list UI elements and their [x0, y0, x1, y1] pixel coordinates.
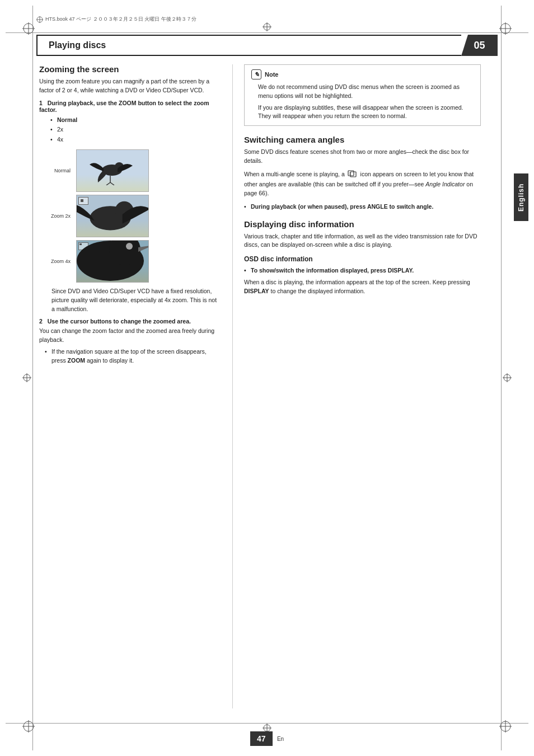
step2-body: You can change the zoom factor and the z…: [39, 327, 218, 345]
footer-en: En: [277, 736, 284, 742]
corner-mark-tl: [22, 22, 35, 36]
language-tab: English: [514, 173, 528, 221]
zoom-normal-label: Normal: [45, 168, 71, 173]
center-reg-right: [503, 373, 512, 383]
left-column: Zooming the screen Using the zoom featur…: [39, 64, 229, 708]
angle-indicator-italic: Angle Indicator: [425, 181, 465, 187]
center-reg-top: [263, 22, 271, 32]
zoom-option-normal: • Normal: [50, 115, 218, 125]
camera-angles-body: When a multi-angle scene is playing, a 2…: [244, 169, 481, 198]
display-body: When a disc is playing, the information …: [244, 278, 481, 296]
note-title: Note: [265, 71, 278, 78]
zoom-4x-label: Zoom 4x: [45, 259, 71, 264]
disc-info-intro: Various track, chapter and title informa…: [244, 232, 481, 250]
dvd-quality-note-list: Since DVD and Video CD/Super VCD have a …: [45, 287, 218, 313]
chapter-number-box: 05: [461, 35, 498, 56]
dvd-quality-note: Since DVD and Video CD/Super VCD have a …: [45, 287, 218, 313]
note-bullets: We do not recommend using DVD disc menus…: [251, 83, 474, 121]
step1-num: 1: [39, 100, 43, 106]
step2-num: 2: [39, 318, 43, 325]
section-camera-angles: Switching camera angles Some DVD discs f…: [244, 135, 481, 212]
zoom-option-2x: • 2x: [50, 125, 218, 135]
print-header: HTS.book 47 ページ ２００３年２月２５日 火曜日 午後２時３７分: [36, 16, 498, 23]
zoom-options-list: • Normal • 2x • 4x: [50, 115, 218, 145]
svg-point-39: [126, 243, 133, 250]
svg-text:2: 2: [349, 172, 351, 175]
svg-rect-41: [350, 172, 356, 177]
section-zoom: Zooming the screen Using the zoom featur…: [39, 64, 218, 365]
note-bullet-1: We do not recommend using DVD disc menus…: [251, 83, 474, 101]
print-header-text: HTS.book 47 ページ ２００３年２月２５日 火曜日 午後２時３７分: [45, 16, 196, 23]
note-bullet-2: If you are displaying subtitles, these w…: [251, 104, 474, 121]
zoom-option-4x: • 4x: [50, 135, 218, 145]
zoom-2x-label: Zoom 2x: [45, 213, 71, 219]
reg-line-right: [501, 6, 502, 750]
column-divider: [232, 64, 233, 708]
corner-mark-br: [499, 720, 512, 734]
zoom-intro: Using the zoom feature you can magnify a…: [39, 77, 218, 95]
note-header: ✎ Note: [251, 69, 474, 79]
zoom-section-title: Zooming the screen: [39, 64, 218, 74]
step2-bullet-zoom: • If the navigation square at the top of…: [45, 348, 218, 365]
reg-line-top: [6, 32, 528, 33]
zoom-2x-image: [76, 195, 149, 237]
angle-step: • During playback (or when paused), pres…: [244, 203, 481, 212]
footer-area: 47 En: [36, 731, 498, 746]
display-step: • To show/switch the information display…: [244, 266, 481, 275]
zoom-images-container: Normal: [39, 149, 218, 283]
svg-line-32: [110, 182, 114, 185]
camera-angles-intro: Some DVD discs feature scenes shot from …: [244, 148, 481, 166]
reg-line-left: [32, 6, 33, 750]
header-bar: Playing discs 05: [36, 35, 498, 56]
page-number-box: 47: [250, 731, 273, 746]
zoom-4x-row: Zoom 4x: [45, 240, 218, 283]
corner-mark-bl: [22, 720, 35, 734]
header-title-box: Playing discs: [36, 35, 461, 56]
step2-header: 2 Use the cursor buttons to change the z…: [39, 318, 218, 325]
center-reg-left: [22, 373, 31, 383]
step2-bullets: • If the navigation square at the top of…: [45, 348, 218, 365]
step1-header: 1 During playback, use the ZOOM button t…: [39, 100, 218, 113]
corner-mark-tr: [499, 22, 512, 36]
display-bold: DISPLAY: [244, 288, 269, 294]
main-content: Zooming the screen Using the zoom featur…: [39, 64, 481, 708]
note-icon: ✎: [251, 69, 261, 79]
zoom-normal-row: Normal: [45, 149, 218, 192]
step1-text: During playback, use the ZOOM button to …: [39, 100, 209, 113]
camera-angles-title: Switching camera angles: [244, 135, 481, 144]
svg-line-31: [106, 182, 110, 185]
note-box: ✎ Note We do not recommend using DVD dis…: [244, 64, 481, 126]
section-disc-info: Displaying disc information Various trac…: [244, 219, 481, 296]
step2-text: Use the cursor buttons to change the zoo…: [48, 318, 191, 325]
zoom-normal-image: [76, 149, 149, 192]
angle-icon: 2: [348, 169, 358, 181]
right-column: ✎ Note We do not recommend using DVD dis…: [236, 64, 481, 708]
disc-info-title: Displaying disc information: [244, 219, 481, 229]
zoom-2x-row: Zoom 2x: [45, 195, 218, 237]
page-container: HTS.book 47 ページ ２００３年２月２５日 火曜日 午後２時３７分 P…: [0, 0, 534, 756]
osd-subsection-title: OSD disc information: [244, 255, 481, 263]
zoom-4x-image: [76, 240, 149, 283]
